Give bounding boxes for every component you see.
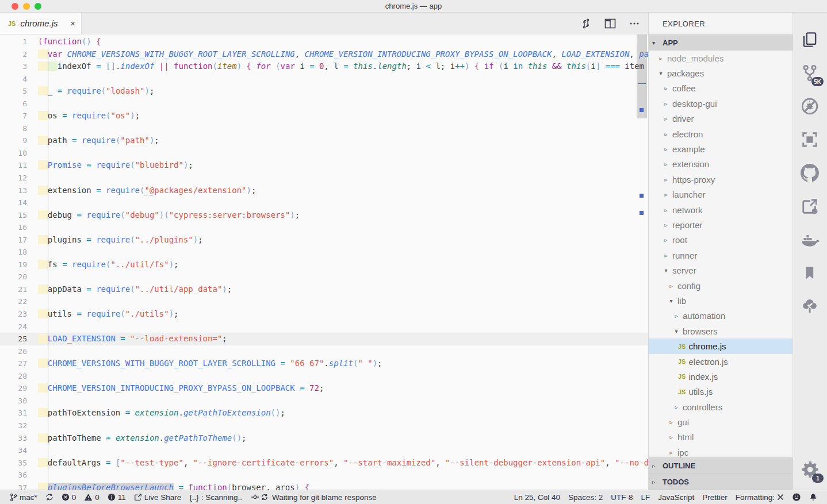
folder-config[interactable]: ▹config bbox=[649, 278, 792, 293]
code-line-22[interactable]: 22 bbox=[0, 295, 648, 308]
code-line-17[interactable]: 17 plugins = require("../plugins"); bbox=[0, 234, 648, 247]
code-line-16[interactable]: 16 bbox=[0, 221, 648, 234]
status-notifications[interactable] bbox=[805, 490, 821, 504]
code-line-28[interactable]: 28 bbox=[0, 370, 648, 383]
code-line-14[interactable]: 14 bbox=[0, 197, 648, 209]
code-line-9[interactable]: 9 path = require("path"); bbox=[0, 134, 648, 147]
docker-icon[interactable] bbox=[797, 223, 822, 256]
code-line-19[interactable]: 19 fs = require("../util/fs"); bbox=[0, 259, 648, 271]
folder-gui[interactable]: ▹gui bbox=[649, 414, 792, 429]
code-line-26[interactable]: 26 bbox=[0, 345, 648, 358]
maximize-window-button[interactable] bbox=[35, 3, 41, 10]
folder-launcher[interactable]: ▹launcher bbox=[649, 187, 792, 202]
status-indentation[interactable]: Spaces: 2 bbox=[564, 490, 607, 504]
code-editor[interactable]: 1(function() {2 var CHROME_VERSIONS_WITH… bbox=[0, 34, 648, 490]
code-line-10[interactable]: 10 bbox=[0, 147, 648, 160]
close-window-button[interactable] bbox=[12, 3, 18, 10]
code-line-20[interactable]: 20 bbox=[0, 271, 648, 283]
status-infos[interactable]: 11 bbox=[104, 490, 130, 504]
section-header-todos[interactable]: ▹TODOS bbox=[649, 474, 792, 490]
code-line-21[interactable]: 21 appData = require("../util/app_data")… bbox=[0, 283, 648, 296]
status-live-share[interactable]: Live Share bbox=[130, 490, 186, 504]
test-tree-icon[interactable] bbox=[797, 290, 822, 323]
code-line-13[interactable]: 13 extension = require("@packages/extens… bbox=[0, 184, 648, 197]
folder-reporter[interactable]: ▹reporter bbox=[649, 217, 792, 232]
editor-scrollbar[interactable] bbox=[635, 34, 648, 490]
code-line-18[interactable]: 18 bbox=[0, 246, 648, 259]
split-editor-icon[interactable] bbox=[604, 18, 616, 29]
section-header-outline[interactable]: ▹OUTLINE bbox=[649, 457, 792, 474]
folder-lib[interactable]: ▾lib bbox=[649, 293, 792, 308]
file-index-js[interactable]: JSindex.js bbox=[649, 369, 792, 384]
folder-runner[interactable]: ▹runner bbox=[649, 248, 792, 263]
code-line-29[interactable]: 29 CHROME_VERSION_INTRODUCING_PROXY_BYPA… bbox=[0, 382, 648, 395]
folder-controllers[interactable]: ▹controllers bbox=[649, 399, 792, 414]
more-actions-icon[interactable] bbox=[629, 18, 640, 29]
code-line-8[interactable]: 8 bbox=[0, 122, 648, 135]
status-scanning[interactable]: {..} : Scanning.. bbox=[185, 490, 246, 504]
folder-server[interactable]: ▾server bbox=[649, 263, 792, 278]
code-line-30[interactable]: 30 bbox=[0, 395, 648, 407]
folder-browsers[interactable]: ▾browsers bbox=[649, 324, 792, 338]
folder-extension[interactable]: ▹extension bbox=[649, 157, 792, 172]
code-line-3[interactable]: 3 indexOf = [].indexOf || function(item)… bbox=[0, 60, 648, 73]
folder-packages[interactable]: ▾packages bbox=[649, 66, 792, 80]
code-line-33[interactable]: 33 pathToTheme = extension.getPathToThem… bbox=[0, 432, 648, 445]
code-line-35[interactable]: 35 defaultArgs = ["--test-type", "--igno… bbox=[0, 457, 648, 470]
bookmarks-icon[interactable] bbox=[797, 256, 822, 290]
code-line-25[interactable]: 25 LOAD_EXTENSION = "--load-extension="; bbox=[0, 333, 648, 345]
status-cursor-position[interactable]: Ln 25, Col 40 bbox=[510, 490, 564, 504]
source-control-icon[interactable]: 5K bbox=[797, 56, 822, 90]
frame-icon[interactable] bbox=[797, 123, 822, 156]
share-icon[interactable] bbox=[797, 190, 822, 223]
close-tab-icon[interactable]: × bbox=[70, 18, 75, 28]
file-utils-js[interactable]: JSutils.js bbox=[649, 384, 792, 399]
code-line-36[interactable]: 36 bbox=[0, 469, 648, 482]
status-feedback[interactable] bbox=[788, 490, 805, 504]
folder-desktop-gui[interactable]: ▹desktop-gui bbox=[649, 96, 792, 111]
minimize-window-button[interactable] bbox=[23, 3, 30, 10]
code-line-27[interactable]: 27 CHROME_VERSIONS_WITH_BUGGY_ROOT_LAYER… bbox=[0, 357, 648, 370]
status-sync[interactable] bbox=[41, 490, 58, 504]
code-line-32[interactable]: 32 bbox=[0, 420, 648, 432]
folder-node-modules[interactable]: ▹node_modules bbox=[649, 51, 792, 66]
folder-driver[interactable]: ▹driver bbox=[649, 111, 792, 126]
folder-root[interactable]: ▹root bbox=[649, 233, 792, 248]
folder-https-proxy[interactable]: ▹https-proxy bbox=[649, 172, 792, 187]
code-line-37[interactable]: 37 pluginsBeforeBrowserLaunch = function… bbox=[0, 482, 648, 490]
code-line-24[interactable]: 24 bbox=[0, 321, 648, 333]
file-chrome-js[interactable]: JSchrome.js bbox=[649, 338, 792, 353]
code-line-11[interactable]: 11 Promise = require("bluebird"); bbox=[0, 159, 648, 172]
folder-electron[interactable]: ▹electron bbox=[649, 126, 792, 141]
debug-off-icon[interactable] bbox=[797, 90, 822, 123]
code-line-2[interactable]: 2 var CHROME_VERSIONS_WITH_BUGGY_ROOT_LA… bbox=[0, 48, 648, 61]
code-line-5[interactable]: 5 _ = require("lodash"); bbox=[0, 85, 648, 98]
section-header-app[interactable]: ▾ APP bbox=[649, 34, 792, 51]
status-prettier[interactable]: Prettier bbox=[698, 490, 732, 504]
code-line-23[interactable]: 23 utils = require("./utils"); bbox=[0, 308, 648, 321]
status-language-mode[interactable]: JavaScript bbox=[654, 490, 698, 504]
folder-coffee[interactable]: ▹coffee bbox=[649, 81, 792, 96]
github-icon[interactable] bbox=[797, 156, 822, 190]
settings-icon[interactable]: 1 bbox=[797, 453, 822, 486]
status-formatting[interactable]: Formatting: bbox=[732, 490, 788, 504]
status-git-blame[interactable]: Waiting for git blame response bbox=[246, 490, 381, 504]
status-errors[interactable]: 0 bbox=[58, 490, 81, 504]
folder-example[interactable]: ▹example bbox=[649, 141, 792, 156]
status-encoding[interactable]: UTF-8 bbox=[607, 490, 637, 504]
file-electron-js[interactable]: JSelectron.js bbox=[649, 354, 792, 369]
code-line-15[interactable]: 15 debug = require("debug")("cypress:ser… bbox=[0, 209, 648, 222]
open-changes-icon[interactable] bbox=[580, 18, 592, 29]
code-line-4[interactable]: 4 bbox=[0, 73, 648, 86]
code-line-7[interactable]: 7 os = require("os"); bbox=[0, 110, 648, 122]
scrollbar-thumb[interactable] bbox=[637, 34, 647, 118]
status-eol[interactable]: LF bbox=[637, 490, 654, 504]
code-line-1[interactable]: 1(function() { bbox=[0, 36, 648, 48]
folder-network[interactable]: ▹network bbox=[649, 202, 792, 217]
code-line-6[interactable]: 6 bbox=[0, 98, 648, 110]
code-line-31[interactable]: 31 pathToExtension = extension.getPathTo… bbox=[0, 407, 648, 420]
explorer-icon[interactable] bbox=[797, 23, 822, 56]
status-warnings[interactable]: 0 bbox=[80, 490, 104, 504]
code-line-34[interactable]: 34 bbox=[0, 444, 648, 457]
folder-automation[interactable]: ▹automation bbox=[649, 309, 792, 324]
